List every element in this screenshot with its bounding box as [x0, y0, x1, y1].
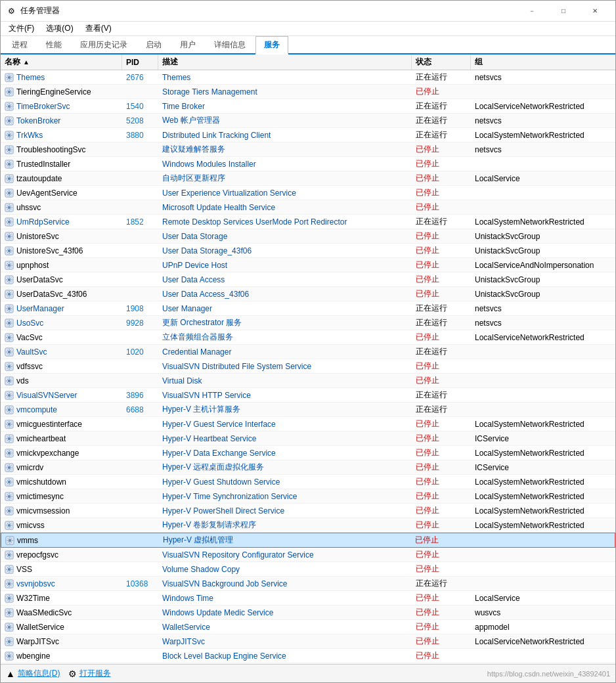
tab-users[interactable]: 用户 [171, 36, 204, 53]
cell-status: 已停止 [412, 562, 471, 576]
menu-view[interactable]: 查看(V) [80, 22, 117, 35]
table-row[interactable]: UmRdpService1852Remote Desktop Services … [1, 215, 615, 229]
cell-status: 正在运行 [412, 345, 471, 359]
open-service-item[interactable]: ⚙ 打开服务 [68, 668, 111, 679]
table-row[interactable]: vmickvpexchangeHyper-V Data Exchange Ser… [1, 446, 615, 460]
cell-status: 已停止 [412, 591, 471, 605]
table-row[interactable]: UserDataSvcUser Data Access已停止UnistackSv… [1, 273, 615, 287]
tab-app-history[interactable]: 应用历史记录 [72, 36, 136, 53]
tab-startup[interactable]: 启动 [137, 36, 170, 53]
cell-name: UserDataSvc_43f06 [1, 287, 122, 301]
table-row[interactable]: VisualSVNServer3896VisualSVN HTTP Servic… [1, 388, 615, 403]
table-row[interactable]: TrustedInstallerWindows Modules Installe… [1, 157, 615, 171]
table-row[interactable]: vmicrdvHyper-V 远程桌面虚拟化服务已停止ICService [1, 460, 615, 475]
table-row[interactable]: UserManager1908User Manager正在运行netsvcs [1, 301, 615, 316]
table-row[interactable]: VSSVolume Shadow Copy已停止 [1, 562, 615, 577]
table-row[interactable]: TokenBroker5208Web 帐户管理器正在运行netsvcs [1, 114, 615, 128]
table-row[interactable]: TieringEngineServiceStorage Tiers Manage… [1, 85, 615, 99]
tab-services[interactable]: 服务 [255, 36, 288, 55]
cell-name: uhssvc [1, 200, 122, 214]
table-row[interactable]: VaultSvc1020Credential Manager正在运行 [1, 345, 615, 359]
table-row[interactable]: upnphostUPnP Device Host已停止LocalServiceA… [1, 258, 615, 273]
table-row[interactable]: wbengineBlock Level Backup Engine Servic… [1, 649, 615, 663]
table-row[interactable]: UnistoreSvcUser Data Storage已停止UnistackS… [1, 229, 615, 244]
table-row[interactable]: UsoSvc9928更新 Orchestrator 服务正在运行netsvcs [1, 316, 615, 330]
cell-status: 已停止 [412, 518, 471, 532]
cell-name: UserManager [1, 301, 122, 315]
table-row[interactable]: vdsVirtual Disk已停止 [1, 374, 615, 388]
table-row[interactable]: vsvnjobsvc10368VisualSVN Background Job … [1, 577, 615, 591]
cell-pid [122, 649, 158, 663]
svg-point-27 [8, 263, 11, 266]
col-desc[interactable]: 描述 [158, 55, 412, 70]
table-row[interactable]: tzautoupdate自动时区更新程序已停止LocalService [1, 171, 615, 186]
table-row[interactable]: vmcompute6688Hyper-V 主机计算服务正在运行 [1, 403, 615, 417]
cell-group: wusvcs [471, 606, 615, 619]
table-row[interactable]: WaaSMedicSvcWindows Update Medic Service… [1, 606, 615, 620]
cell-pid [123, 533, 159, 547]
cell-name: TroubleshootingSvc [1, 143, 122, 156]
table-row[interactable]: uhssvcMicrosoft Update Health Service已停止 [1, 200, 615, 215]
menu-file[interactable]: 文件(F) [3, 22, 39, 35]
svg-point-25 [8, 249, 11, 252]
tab-performance[interactable]: 性能 [37, 36, 70, 53]
table-row[interactable]: WalletServiceWalletService已停止appmodel [1, 620, 615, 634]
summary-label[interactable]: 简略信息(D) [18, 668, 60, 679]
svg-point-39 [8, 350, 11, 353]
table-row[interactable]: TrkWks3880Distributed Link Tracking Clie… [1, 128, 615, 143]
table-row[interactable]: vmicvmsessionHyper-V PowerShell Direct S… [1, 504, 615, 518]
table-row[interactable]: vmmsHyper-V 虚拟机管理已停止 [1, 533, 615, 548]
service-icon [5, 449, 14, 458]
cell-status: 正在运行 [412, 388, 471, 402]
table-row[interactable]: Themes2676Themes正在运行netsvcs [1, 70, 615, 85]
table-row[interactable]: vmicheartbeatHyper-V Heartbeat Service已停… [1, 431, 615, 446]
cell-name: tzautoupdate [1, 171, 122, 185]
table-row[interactable]: TimeBrokerSvc1540Time Broker正在运行LocalSer… [1, 99, 615, 114]
main-window: ⚙ 任务管理器 － □ ✕ 文件(F) 选项(O) 查看(V) 进程 性能 应用… [0, 0, 616, 683]
maximize-button[interactable]: □ [548, 1, 579, 22]
table-row[interactable]: vmicguestinterfaceHyper-V Guest Service … [1, 417, 615, 431]
table-row[interactable]: UnistoreSvc_43f06User Data Storage_43f06… [1, 244, 615, 258]
summary-toggle[interactable]: ▲ 简略信息(D) [6, 668, 60, 679]
cell-name: TrkWks [1, 128, 122, 142]
cell-status: 已停止 [412, 446, 471, 460]
table-row[interactable]: vmictimesyncHyper-V Time Synchronization… [1, 489, 615, 504]
cell-desc: User Manager [158, 301, 412, 315]
cell-desc: Hyper-V Heartbeat Service [158, 431, 412, 445]
cell-group: netsvcs [471, 114, 615, 127]
table-row[interactable]: WarpJITSvcWarpJITSvc已停止LocalServiceNetwo… [1, 634, 615, 649]
close-button[interactable]: ✕ [580, 1, 610, 22]
cell-name: UserDataSvc [1, 273, 122, 286]
cell-pid: 1908 [122, 301, 158, 315]
col-name[interactable]: 名称 ▲ [1, 55, 122, 70]
cell-pid: 3880 [122, 128, 158, 142]
tab-details[interactable]: 详细信息 [206, 36, 254, 53]
table-row[interactable]: TroubleshootingSvc建议疑难解答服务已停止netsvcs [1, 143, 615, 157]
cell-pid [122, 359, 158, 373]
cell-name: Themes [1, 70, 122, 84]
table-row[interactable]: vdfssvcVisualSVN Distributed File System… [1, 359, 615, 374]
table-row[interactable]: UserDataSvc_43f06User Data Access_43f06已… [1, 287, 615, 301]
cell-name: vmicshutdown [1, 475, 122, 489]
cell-pid [122, 258, 158, 272]
table-row[interactable]: W32TimeWindows Time已停止LocalService [1, 591, 615, 606]
col-group[interactable]: 组 [471, 55, 615, 70]
svg-point-23 [8, 234, 11, 237]
service-icon [5, 521, 14, 530]
cell-name: TokenBroker [1, 114, 122, 127]
table-body[interactable]: Themes2676Themes正在运行netsvcs TieringEngin… [1, 70, 615, 664]
svg-point-31 [8, 292, 11, 295]
open-service-label[interactable]: 打开服务 [79, 668, 111, 679]
col-status[interactable]: 状态 [412, 55, 471, 70]
tab-process[interactable]: 进程 [3, 36, 36, 53]
table-row[interactable]: vmicshutdownHyper-V Guest Shutdown Servi… [1, 475, 615, 489]
col-pid[interactable]: PID [122, 55, 158, 70]
table-row[interactable]: vmicvssHyper-V 卷影复制请求程序已停止LocalSystemNet… [1, 518, 615, 533]
cell-pid [122, 606, 158, 619]
minimize-button[interactable]: － [517, 1, 547, 22]
cell-pid [122, 504, 158, 518]
table-row[interactable]: VacSvc立体音频组合器服务已停止LocalServiceNetworkRes… [1, 330, 615, 345]
table-row[interactable]: vrepocfgsvcVisualSVN Repository Configur… [1, 548, 615, 562]
table-row[interactable]: UevAgentServiceUser Experience Virtualiz… [1, 186, 615, 200]
menu-options[interactable]: 选项(O) [41, 22, 78, 35]
